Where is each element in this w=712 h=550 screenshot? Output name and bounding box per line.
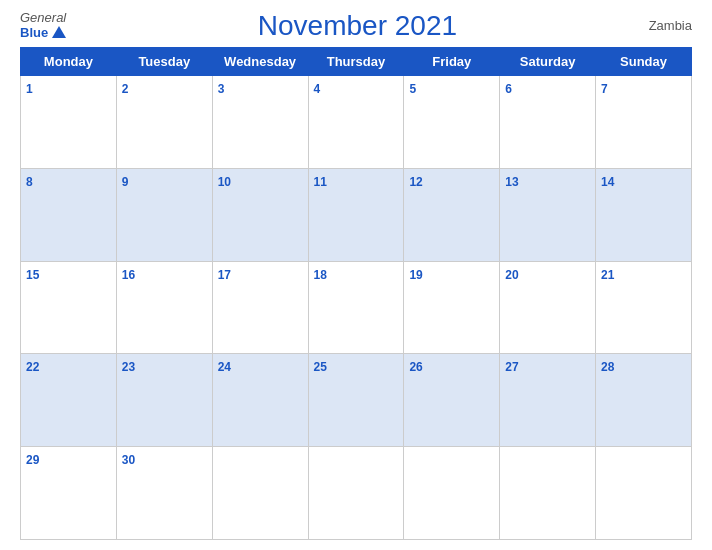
logo-blue-text: Blue bbox=[20, 25, 66, 40]
day-number: 19 bbox=[409, 268, 422, 282]
day-number: 29 bbox=[26, 453, 39, 467]
calendar-day-cell: 4 bbox=[308, 76, 404, 169]
calendar-day-cell bbox=[404, 447, 500, 540]
page-title: November 2021 bbox=[66, 10, 648, 42]
logo: General Blue bbox=[20, 10, 66, 40]
calendar-day-cell bbox=[500, 447, 596, 540]
calendar-day-cell: 6 bbox=[500, 76, 596, 169]
calendar-day-cell: 9 bbox=[116, 168, 212, 261]
day-number: 3 bbox=[218, 82, 225, 96]
day-number: 8 bbox=[26, 175, 33, 189]
calendar-body: 1234567891011121314151617181920212223242… bbox=[21, 76, 692, 540]
day-number: 1 bbox=[26, 82, 33, 96]
calendar-day-cell: 18 bbox=[308, 261, 404, 354]
day-number: 14 bbox=[601, 175, 614, 189]
calendar-day-cell: 2 bbox=[116, 76, 212, 169]
day-number: 11 bbox=[314, 175, 327, 189]
logo-general-text: General bbox=[20, 10, 66, 25]
calendar-day-cell: 8 bbox=[21, 168, 117, 261]
day-number: 6 bbox=[505, 82, 512, 96]
calendar-day-cell: 22 bbox=[21, 354, 117, 447]
weekday-header-monday: Monday bbox=[21, 48, 117, 76]
day-number: 21 bbox=[601, 268, 614, 282]
calendar-day-cell: 14 bbox=[596, 168, 692, 261]
day-number: 26 bbox=[409, 360, 422, 374]
day-number: 4 bbox=[314, 82, 321, 96]
calendar-day-cell: 3 bbox=[212, 76, 308, 169]
day-number: 25 bbox=[314, 360, 327, 374]
day-number: 22 bbox=[26, 360, 39, 374]
day-number: 20 bbox=[505, 268, 518, 282]
calendar-day-cell: 12 bbox=[404, 168, 500, 261]
calendar-day-cell: 20 bbox=[500, 261, 596, 354]
calendar-day-cell bbox=[212, 447, 308, 540]
weekday-header-thursday: Thursday bbox=[308, 48, 404, 76]
day-number: 24 bbox=[218, 360, 231, 374]
day-number: 5 bbox=[409, 82, 416, 96]
calendar-header-row: MondayTuesdayWednesdayThursdayFridaySatu… bbox=[21, 48, 692, 76]
calendar-week-row: 2930 bbox=[21, 447, 692, 540]
day-number: 18 bbox=[314, 268, 327, 282]
day-number: 7 bbox=[601, 82, 608, 96]
calendar-day-cell: 5 bbox=[404, 76, 500, 169]
calendar-day-cell: 17 bbox=[212, 261, 308, 354]
day-number: 28 bbox=[601, 360, 614, 374]
weekday-header-friday: Friday bbox=[404, 48, 500, 76]
calendar-day-cell bbox=[596, 447, 692, 540]
calendar-day-cell: 15 bbox=[21, 261, 117, 354]
logo-triangle-icon bbox=[52, 26, 66, 38]
calendar-table: MondayTuesdayWednesdayThursdayFridaySatu… bbox=[20, 47, 692, 540]
calendar-week-row: 15161718192021 bbox=[21, 261, 692, 354]
day-number: 10 bbox=[218, 175, 231, 189]
calendar-day-cell: 16 bbox=[116, 261, 212, 354]
calendar-day-cell: 25 bbox=[308, 354, 404, 447]
calendar-day-cell: 24 bbox=[212, 354, 308, 447]
weekday-header-wednesday: Wednesday bbox=[212, 48, 308, 76]
calendar-day-cell bbox=[308, 447, 404, 540]
country-label: Zambia bbox=[649, 18, 692, 33]
day-number: 27 bbox=[505, 360, 518, 374]
calendar-week-row: 891011121314 bbox=[21, 168, 692, 261]
calendar-day-cell: 19 bbox=[404, 261, 500, 354]
weekday-header-sunday: Sunday bbox=[596, 48, 692, 76]
calendar-day-cell: 1 bbox=[21, 76, 117, 169]
day-number: 13 bbox=[505, 175, 518, 189]
calendar-week-row: 1234567 bbox=[21, 76, 692, 169]
calendar-header: General Blue November 2021 Zambia bbox=[20, 10, 692, 42]
weekday-header-tuesday: Tuesday bbox=[116, 48, 212, 76]
calendar-week-row: 22232425262728 bbox=[21, 354, 692, 447]
day-number: 23 bbox=[122, 360, 135, 374]
calendar-day-cell: 11 bbox=[308, 168, 404, 261]
calendar-day-cell: 7 bbox=[596, 76, 692, 169]
day-number: 15 bbox=[26, 268, 39, 282]
calendar-day-cell: 28 bbox=[596, 354, 692, 447]
calendar-day-cell: 23 bbox=[116, 354, 212, 447]
day-number: 2 bbox=[122, 82, 129, 96]
day-number: 9 bbox=[122, 175, 129, 189]
day-number: 30 bbox=[122, 453, 135, 467]
day-number: 12 bbox=[409, 175, 422, 189]
day-number: 16 bbox=[122, 268, 135, 282]
calendar-day-cell: 26 bbox=[404, 354, 500, 447]
weekday-row: MondayTuesdayWednesdayThursdayFridaySatu… bbox=[21, 48, 692, 76]
calendar-day-cell: 13 bbox=[500, 168, 596, 261]
day-number: 17 bbox=[218, 268, 231, 282]
calendar-day-cell: 27 bbox=[500, 354, 596, 447]
weekday-header-saturday: Saturday bbox=[500, 48, 596, 76]
calendar-day-cell: 30 bbox=[116, 447, 212, 540]
calendar-day-cell: 29 bbox=[21, 447, 117, 540]
calendar-day-cell: 10 bbox=[212, 168, 308, 261]
calendar-day-cell: 21 bbox=[596, 261, 692, 354]
